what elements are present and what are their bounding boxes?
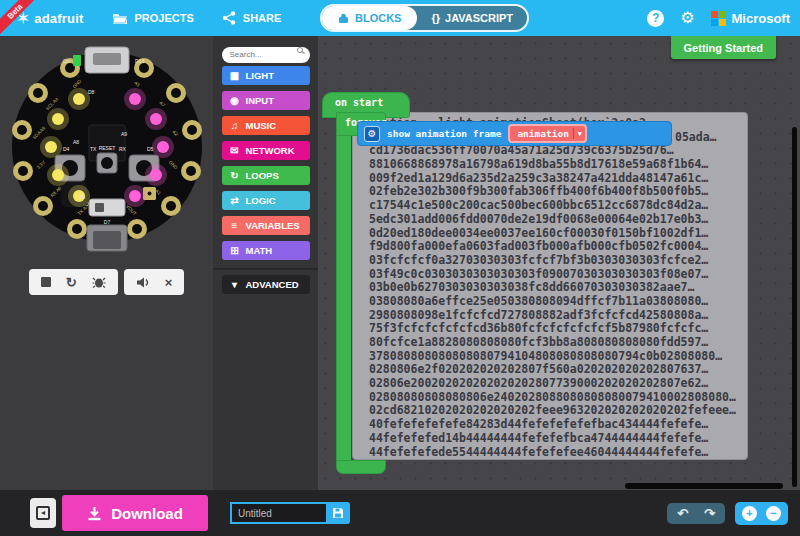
category-variables[interactable]: ≡ VARIABLES <box>222 216 310 235</box>
app-header: Beta ✶ adafruit PROJECTS SHARE BLOCKS {}… <box>0 0 800 36</box>
hex-line: 02feb2e302b300f9b300fab306ffb400f6b400f8… <box>369 185 739 199</box>
settings-gear-button[interactable]: ⚙ <box>680 10 694 26</box>
hex-line: 44fefefefede5544444444fefefefee460444444… <box>369 446 739 460</box>
category-input[interactable]: ◉ INPUT <box>222 91 310 110</box>
microsoft-label: Microsoft <box>732 11 791 26</box>
category-label: LOOPS <box>246 170 279 181</box>
microsoft-squares-icon <box>711 11 726 26</box>
hex-line: f9d800fa000efa0603fad003fb000afb000cfb05… <box>369 240 739 254</box>
block-gray-javascript[interactable]: imation = light.animationSheet(hex`2e0a2… <box>352 112 748 460</box>
board-label: On <box>63 58 70 64</box>
hex-line: 02808080808080806e2402028088080808080079… <box>369 391 739 405</box>
board-label: D4 <box>63 146 70 152</box>
blocks-tab-label: BLOCKS <box>355 12 401 24</box>
board-label: D8 <box>88 89 95 95</box>
category-label: LIGHT <box>246 70 275 81</box>
projects-label: PROJECTS <box>135 12 194 24</box>
board-label: D13 <box>135 58 144 64</box>
search-icon <box>297 47 303 53</box>
toolbox-divider <box>213 268 318 270</box>
collapse-icon: ◂ <box>36 506 50 520</box>
hex-line: 02cd68210202020202020202feee963202020202… <box>369 404 739 418</box>
show-frame-label: show animation frame <box>387 128 501 139</box>
music-note-icon: ♪ <box>86 200 90 207</box>
hex-line: 5edc301add006fdd0070de2e19df0068e00064e0… <box>369 213 739 227</box>
calculator-icon: ⊞ <box>228 245 242 256</box>
hex-line: 44fefefefed14b44444444fefefefbca47444444… <box>369 432 739 446</box>
brand-name: adafruit <box>34 11 83 26</box>
block-toolbox: ▦ LIGHT ◉ INPUT ♫ MUSIC ✉ NETWORK ↻ LOOP… <box>213 36 318 490</box>
slide-switch[interactable] <box>89 199 125 216</box>
hex-line: 75f3fcfcfcfcfcfcd36b80fcfcfcfcfcfcf5b879… <box>369 322 739 336</box>
undo-button[interactable]: ↶ <box>677 507 688 520</box>
getting-started-button[interactable]: Getting Started <box>671 36 776 59</box>
hex-line: 03fcfcfcf0a32703030303fcfcf7bf3b03030303… <box>369 254 739 268</box>
category-label: INPUT <box>246 95 275 106</box>
zoom-out-button[interactable]: − <box>766 506 781 521</box>
sim-control-group-1: ↻ <box>29 269 118 295</box>
category-label: MATH <box>246 245 273 256</box>
hex-line: 0280806e2f020202020202807f560a0202020202… <box>369 363 739 377</box>
variable-name: animation <box>517 128 568 139</box>
vertical-scrollbar[interactable] <box>792 127 797 487</box>
category-advanced[interactable]: ▾ ADVANCED <box>222 275 310 294</box>
hex-line: 0d20ed180dee0034ee0037ee160cf00030f0150b… <box>369 227 739 241</box>
hex-line: cd1736dac536ff70070a45a71a25d739c6375b25… <box>369 144 739 158</box>
zoom-in-button[interactable]: + <box>742 506 757 521</box>
restart-sim-button[interactable]: ↻ <box>66 276 77 289</box>
fullscreen-button[interactable]: × <box>165 276 173 289</box>
hex-line: 03f49c0c0303030303030303f090070303030303… <box>369 268 739 282</box>
hex-line: 03b0e0b6270303030303038fc8dd660703030303… <box>369 281 739 295</box>
volume-button[interactable] <box>136 276 150 289</box>
variable-dropdown[interactable]: animation ▾ <box>508 124 587 143</box>
search-box <box>222 43 310 59</box>
share-button[interactable]: SHARE <box>222 11 282 25</box>
category-network[interactable]: ✉ NETWORK <box>222 141 310 160</box>
board-label: RX <box>119 146 127 152</box>
sim-control-group-2: × <box>124 269 185 295</box>
category-light[interactable]: ▦ LIGHT <box>222 66 310 85</box>
bottom-bar: ◂ Download ↶ ↷ + − <box>0 490 800 536</box>
collapse-simulator-button[interactable]: ◂ <box>30 498 56 528</box>
puzzle-icon <box>338 13 349 24</box>
redo-button[interactable]: ↷ <box>704 507 715 520</box>
save-button[interactable] <box>326 502 350 524</box>
horizontal-scrollbar[interactable] <box>625 483 783 489</box>
category-loops[interactable]: ↻ LOOPS <box>222 166 310 185</box>
folder-icon <box>112 12 128 25</box>
block-forever-arm <box>336 136 351 460</box>
tab-blocks[interactable]: BLOCKS <box>322 6 417 30</box>
board-label: A8 <box>73 139 79 145</box>
category-label: ADVANCED <box>246 279 299 290</box>
power-led <box>73 55 81 66</box>
board-label: D7 <box>103 219 110 225</box>
simulator-controls: ↻ × <box>29 269 185 295</box>
hex-line: 2980808098e1fcfcfcd727808882adf3fcfcfcd4… <box>369 309 739 323</box>
logic-icon: ⇄ <box>228 195 242 206</box>
editor-toggle: BLOCKS {} JAVASCRIPT <box>320 4 529 32</box>
board-label: TX <box>90 146 97 152</box>
target-icon: ◉ <box>228 95 242 106</box>
block-forever-foot <box>336 460 386 474</box>
download-button[interactable]: Download <box>62 495 208 531</box>
category-logic[interactable]: ⇄ LOGIC <box>222 191 310 210</box>
music-icon: ♫ <box>228 120 242 131</box>
hex-line: 03808080a6effce25e050380808094dffcf7b11a… <box>369 295 739 309</box>
block-workspace[interactable]: Getting Started on start imation = light… <box>318 36 800 490</box>
tab-javascript[interactable]: {} JAVASCRIPT <box>417 6 527 30</box>
stop-sim-button[interactable] <box>41 277 51 287</box>
hex-line: 009f2ed1a129d6a235d2a259c3a38247a421dda4… <box>369 172 739 186</box>
circuit-playground-board[interactable]: A5 A7 A2 GND A1 VOUT TX A7 RX A6 3.3V SD… <box>9 41 205 257</box>
category-math[interactable]: ⊞ MATH <box>222 241 310 260</box>
debug-sim-button[interactable] <box>92 276 106 288</box>
zoom-group: + − <box>735 502 788 525</box>
adafruit-logo[interactable]: ✶ adafruit <box>16 10 84 27</box>
loop-icon: ↻ <box>228 170 242 181</box>
javascript-tab-label: JAVASCRIPT <box>445 12 513 24</box>
comm-icon: ✉ <box>228 145 242 156</box>
category-music[interactable]: ♫ MUSIC <box>222 116 310 135</box>
project-name-input[interactable] <box>230 502 326 524</box>
block-show-animation-frame[interactable]: ⚙ show animation frame animation ▾ <box>357 121 672 146</box>
projects-button[interactable]: PROJECTS <box>112 12 194 25</box>
help-button[interactable]: ? <box>647 10 664 27</box>
